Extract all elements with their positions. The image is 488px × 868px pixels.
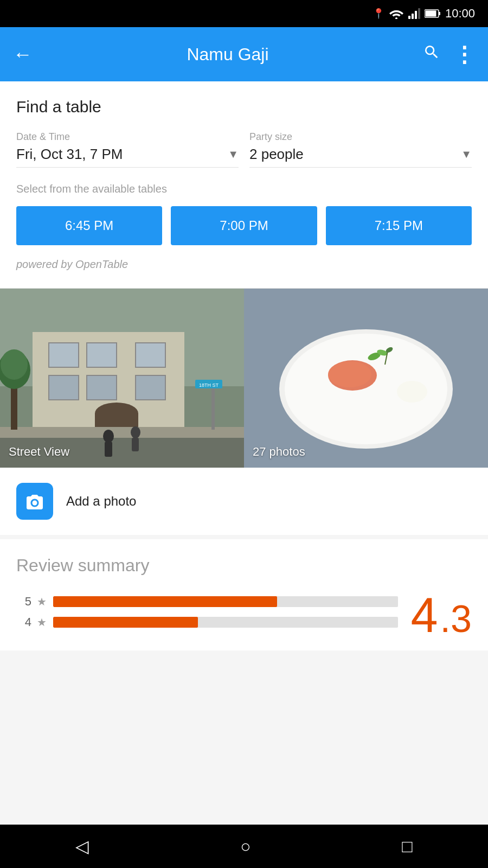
svg-text:18TH ST: 18TH ST — [199, 382, 219, 388]
svg-rect-20 — [0, 427, 244, 438]
divider-2 — [0, 535, 488, 539]
page-title: Namu Gaji — [46, 44, 410, 65]
time-slot-1[interactable]: 6:45 PM — [16, 206, 162, 245]
svg-point-18 — [95, 403, 138, 424]
svg-rect-11 — [49, 343, 79, 367]
svg-rect-15 — [87, 375, 117, 400]
location-icon: 📍 — [373, 8, 384, 20]
svg-rect-12 — [87, 343, 117, 367]
review-title: Review summary — [16, 556, 472, 576]
svg-rect-16 — [136, 375, 165, 400]
signal-icon — [408, 8, 420, 19]
party-size-value: 2 people — [249, 146, 304, 163]
rating-bar-5-container — [53, 596, 398, 607]
battery-icon — [425, 9, 441, 18]
svg-point-35 — [328, 361, 371, 387]
rating-bars: 5 ★ 4 ★ — [16, 595, 398, 636]
svg-point-50 — [33, 501, 37, 506]
party-size-label: Party size — [249, 131, 472, 143]
rating-row-4: 4 ★ — [16, 615, 398, 629]
nav-bar: ◁ ○ □ — [0, 825, 488, 868]
find-table-title: Find a table — [16, 98, 472, 116]
photos-count-label: 27 photos — [253, 445, 305, 459]
available-tables-label: Select from the available tables — [16, 183, 472, 195]
home-nav-icon[interactable]: ○ — [240, 837, 251, 857]
svg-rect-14 — [49, 375, 79, 400]
photos-row: 18TH ST Street View — [0, 289, 488, 468]
time-buttons-row: 6:45 PM 7:00 PM 7:15 PM — [16, 206, 472, 245]
party-size-group: Party size 2 people ▼ — [249, 131, 472, 168]
street-view-cell[interactable]: 18TH ST Street View — [0, 289, 244, 468]
date-time-arrow-icon: ▼ — [228, 148, 239, 161]
svg-rect-3 — [415, 11, 417, 19]
big-rating-display: 4 .3 — [411, 591, 472, 640]
date-time-dropdown[interactable]: Fri, Oct 31, 7 PM ▼ — [16, 146, 239, 168]
status-bar: 📍 10:00 — [0, 0, 488, 27]
date-time-value: Fri, Oct 31, 7 PM — [16, 146, 123, 163]
food-photo-cell[interactable]: 27 photos — [244, 289, 488, 468]
time-slot-2[interactable]: 7:00 PM — [171, 206, 317, 245]
recent-nav-icon[interactable]: □ — [402, 837, 412, 857]
date-time-group: Date & Time Fri, Oct 31, 7 PM ▼ — [16, 131, 239, 168]
svg-rect-6 — [425, 11, 436, 17]
review-section: Review summary 5 ★ 4 ★ — [0, 539, 488, 650]
street-view-label: Street View — [9, 445, 69, 459]
add-photo-text: Add a photo — [66, 494, 136, 509]
rating-bar-4-fill — [53, 617, 198, 628]
dropdowns-row: Date & Time Fri, Oct 31, 7 PM ▼ Party si… — [16, 131, 472, 168]
date-time-label: Date & Time — [16, 131, 239, 143]
svg-rect-30 — [132, 438, 139, 451]
party-size-dropdown[interactable]: 2 people ▼ — [249, 146, 472, 168]
party-size-arrow-icon: ▼ — [461, 148, 472, 161]
back-button[interactable]: ← — [13, 43, 33, 66]
svg-point-43 — [397, 381, 427, 403]
back-nav-icon[interactable]: ◁ — [75, 836, 89, 857]
star-icon-4: ★ — [37, 616, 47, 629]
star-icon-5: ★ — [37, 595, 47, 608]
time-slot-3[interactable]: 7:15 PM — [326, 206, 472, 245]
big-rating-decimal: .3 — [440, 600, 472, 638]
find-table-section: Find a table Date & Time Fri, Oct 31, 7 … — [0, 81, 488, 288]
app-bar: ← Namu Gaji ⋮ — [0, 27, 488, 81]
rating-num-4: 4 — [16, 615, 31, 629]
bars-and-score: 5 ★ 4 ★ 4 .3 — [16, 591, 472, 640]
svg-point-0 — [395, 17, 397, 19]
svg-rect-28 — [105, 442, 112, 457]
add-photo-row[interactable]: Add a photo — [0, 468, 488, 535]
search-button[interactable] — [423, 43, 440, 65]
camera-icon — [16, 483, 53, 520]
svg-rect-7 — [439, 12, 440, 15]
svg-point-27 — [103, 430, 114, 443]
status-time: 10:00 — [445, 7, 475, 21]
big-rating-integer: 4 — [411, 591, 438, 640]
svg-rect-4 — [418, 8, 420, 19]
rating-row-5: 5 ★ — [16, 595, 398, 609]
svg-rect-2 — [412, 14, 414, 19]
rating-bar-5-fill — [53, 596, 277, 607]
svg-point-29 — [131, 426, 140, 438]
powered-by-text: powered by OpenTable — [16, 258, 472, 271]
wifi-icon — [389, 8, 404, 19]
status-icons: 📍 10:00 — [373, 7, 475, 21]
svg-point-23 — [1, 349, 28, 380]
rating-num-5: 5 — [16, 595, 31, 609]
main-content: Find a table Date & Time Fri, Oct 31, 7 … — [0, 81, 488, 650]
more-options-button[interactable]: ⋮ — [453, 42, 475, 67]
svg-rect-1 — [408, 16, 410, 19]
rating-bar-4-container — [53, 617, 398, 628]
svg-rect-13 — [136, 343, 165, 367]
